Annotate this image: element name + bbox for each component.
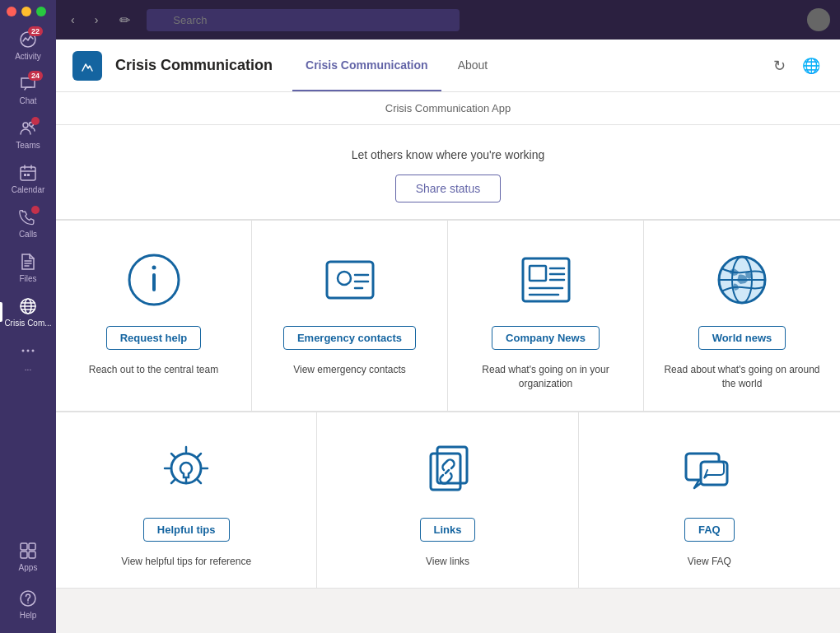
svg-point-21: [338, 272, 351, 285]
world-news-icon: [709, 247, 775, 313]
apps-icon: [18, 541, 38, 561]
svg-point-9: [32, 350, 35, 352]
teams-icon: [18, 119, 38, 138]
svg-line-47: [446, 470, 449, 473]
sidebar-item-apps[interactable]: Apps: [0, 534, 56, 579]
sidebar-item-calendar[interactable]: Calendar: [0, 156, 56, 201]
app-header: Crisis Communication Crisis Communicatio…: [56, 40, 840, 92]
titlebar: ‹ › ✏ 🔍: [56, 0, 840, 40]
company-news-icon: [513, 247, 579, 313]
cards-row-1: Request help Reach out to the central te…: [56, 220, 840, 412]
card-emergency-contacts: Emergency contacts View emergency contac…: [252, 221, 448, 412]
calls-label: Calls: [19, 230, 37, 239]
sidebar-item-more[interactable]: ...: [0, 334, 56, 379]
links-desc: View links: [426, 555, 469, 569]
close-dot[interactable]: [7, 7, 16, 16]
svg-point-0: [23, 123, 28, 128]
card-helpful-tips: Helpful tips View helpful tips for refer…: [56, 412, 317, 589]
links-icon: [414, 439, 480, 505]
helpful-tips-icon: [153, 439, 219, 505]
user-avatar[interactable]: [807, 8, 830, 31]
links-button[interactable]: Links: [420, 518, 476, 542]
request-help-button[interactable]: Request help: [106, 326, 202, 350]
header-actions: ↻ 🌐: [770, 54, 824, 78]
svg-rect-10: [21, 543, 27, 550]
hero-subtitle: Let others know where you're working: [72, 148, 824, 161]
svg-line-41: [171, 454, 175, 457]
share-status-button[interactable]: Share status: [395, 175, 502, 202]
sidebar-item-activity[interactable]: 22 Activity: [0, 23, 56, 67]
svg-line-42: [198, 454, 201, 457]
world-news-desc: Read about what's going on around the wo…: [660, 363, 824, 391]
company-news-desc: Read what's going on in your organizatio…: [464, 363, 627, 391]
svg-point-18: [152, 266, 156, 270]
activity-icon: 22: [18, 30, 38, 49]
chat-label: Chat: [19, 96, 36, 105]
svg-rect-13: [29, 552, 35, 558]
minimize-dot[interactable]: [21, 7, 31, 16]
calendar-icon: [18, 163, 38, 183]
faq-icon: [676, 439, 742, 505]
emergency-contacts-button[interactable]: Emergency contacts: [283, 326, 416, 350]
svg-rect-12: [21, 552, 27, 558]
more-label: ...: [25, 363, 31, 372]
chat-badge: 24: [28, 71, 43, 81]
app-title: Crisis Communication: [115, 57, 273, 74]
sidebar: 22 Activity 24 Chat Teams: [0, 0, 56, 633]
faq-desc: View FAQ: [688, 555, 731, 569]
crisis-icon: [18, 296, 38, 316]
app-header-label: Crisis Communication App: [56, 92, 840, 125]
emergency-contacts-desc: View emergency contacts: [293, 363, 406, 377]
sidebar-item-teams[interactable]: Teams: [0, 112, 56, 156]
maximize-dot[interactable]: [36, 7, 46, 16]
app-icon: [72, 51, 102, 81]
sidebar-item-calls[interactable]: Calls: [0, 201, 56, 245]
faq-button[interactable]: FAQ: [684, 518, 735, 542]
card-faq: FAQ View FAQ: [579, 412, 840, 589]
teams-badge: [31, 117, 40, 125]
files-icon: [18, 252, 38, 272]
helpful-tips-button[interactable]: Helpful tips: [143, 518, 230, 542]
sidebar-item-chat[interactable]: 24 Chat: [0, 67, 56, 112]
files-label: Files: [19, 274, 36, 283]
cards-row-2: Helpful tips View helpful tips for refer…: [56, 412, 840, 589]
svg-rect-19: [152, 273, 156, 291]
svg-point-7: [22, 350, 25, 352]
svg-rect-3: [24, 174, 26, 176]
emergency-contacts-icon: [317, 247, 383, 313]
main-content: ‹ › ✏ 🔍 Crisis Communication Crisis Comm…: [56, 0, 840, 633]
more-icon: [18, 341, 38, 361]
forward-button[interactable]: ›: [90, 10, 104, 30]
activity-badge: 22: [28, 26, 43, 36]
calls-badge: [31, 206, 40, 214]
calls-icon: [18, 207, 38, 227]
sidebar-item-crisis[interactable]: Crisis Com...: [0, 290, 56, 334]
svg-line-43: [171, 480, 175, 483]
apps-label: Apps: [19, 563, 38, 572]
content-area: Crisis Communication App Let others know…: [56, 92, 840, 633]
svg-rect-4: [27, 174, 30, 176]
world-news-button[interactable]: World news: [698, 326, 786, 350]
tab-about[interactable]: About: [445, 40, 502, 91]
crisis-label: Crisis Com...: [4, 319, 51, 328]
card-world-news: World news Read about what's going on ar…: [644, 221, 840, 412]
calendar-label: Calendar: [12, 185, 45, 194]
compose-button[interactable]: ✏: [113, 9, 137, 31]
tab-crisis-communication[interactable]: Crisis Communication: [292, 40, 441, 91]
teams-label: Teams: [16, 141, 40, 150]
svg-rect-22: [340, 247, 347, 254]
content-inner: Crisis Communication App Let others know…: [56, 92, 840, 589]
search-input[interactable]: [147, 9, 460, 31]
chat-icon: 24: [18, 74, 38, 94]
activity-label: Activity: [15, 52, 41, 61]
refresh-button[interactable]: ↻: [770, 54, 789, 78]
sidebar-item-files[interactable]: Files: [0, 245, 56, 290]
company-news-button[interactable]: Company News: [492, 326, 600, 350]
card-request-help: Request help Reach out to the central te…: [56, 221, 252, 412]
back-button[interactable]: ‹: [66, 10, 80, 30]
request-help-desc: Reach out to the central team: [89, 363, 218, 377]
help-icon: [18, 589, 38, 608]
sidebar-item-help[interactable]: Help: [0, 582, 56, 626]
globe-button[interactable]: 🌐: [799, 54, 824, 78]
helpful-tips-desc: View helpful tips for reference: [121, 555, 251, 569]
